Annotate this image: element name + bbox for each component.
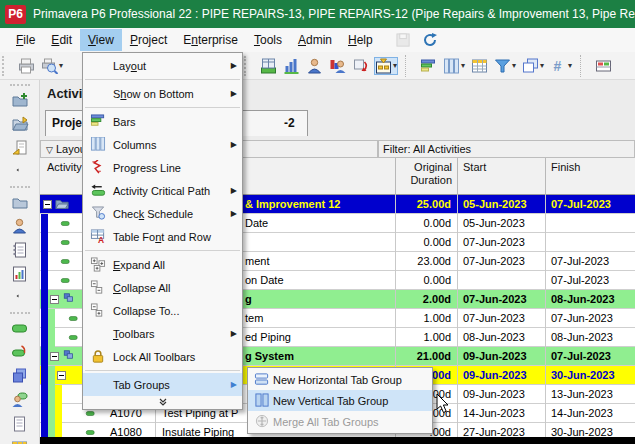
group-band-strip [41, 366, 48, 385]
view-menu-item-show-on-bottom[interactable]: Show on Bottom▶ [83, 82, 242, 105]
view-menu-item-tab-groups[interactable]: Tab Groups▶ [83, 373, 242, 396]
toolbar-separator [405, 55, 412, 77]
spreadsheet-button[interactable] [471, 58, 488, 74]
activity-name-cell: on Date [245, 271, 284, 289]
view-menu-item-collapse-all[interactable]: Collapse All [83, 276, 242, 299]
menubar-item-edit[interactable]: Edit [43, 29, 80, 51]
view-menu-item-collapse-to[interactable]: Collapse To... [83, 299, 242, 322]
dropdown-caret-icon[interactable]: ▾ [512, 62, 516, 70]
collapse-minus-icon[interactable] [50, 352, 59, 361]
progress-line-icon [86, 160, 110, 176]
histogram-button[interactable] [283, 58, 300, 74]
start-date-cell: 07-Jun-2023 [463, 233, 525, 251]
collapse-arrow-button[interactable] [10, 164, 30, 180]
filter-bar[interactable]: Filter: All Activities [378, 140, 635, 158]
view-menu-item-layout[interactable]: Layout▶ [83, 54, 242, 77]
header-start[interactable]: Start [463, 161, 486, 173]
original-duration-cell: 1.00d [396, 309, 451, 327]
view-menu-item-lock-all-toolbars[interactable]: Lock All Toolbars [83, 345, 242, 368]
relationships-button[interactable] [10, 344, 30, 362]
print-button[interactable] [18, 58, 35, 74]
activity-name-cell: ed Piping [245, 328, 291, 346]
header-finish[interactable]: Finish [551, 161, 580, 173]
refresh-icon[interactable] [422, 32, 439, 48]
dropdown-caret-icon[interactable]: ▾ [540, 62, 544, 70]
view-menu-item-expand-all[interactable]: Expand All [83, 253, 242, 276]
print-preview-button[interactable]: ▾ [41, 58, 63, 74]
menubar-item-view[interactable]: View [80, 29, 122, 51]
save-icon[interactable] [395, 32, 412, 48]
activities-button[interactable] [10, 320, 30, 338]
finish-date-cell: 13-Jun-2023 [551, 385, 613, 403]
documents-button[interactable] [10, 416, 30, 434]
dropdown-caret-icon[interactable]: ▾ [568, 62, 572, 70]
open-project-button[interactable] [10, 116, 30, 134]
activity-bar-icon [57, 257, 73, 269]
header-activity[interactable]: Activity [47, 161, 82, 173]
columns-toolbar-button[interactable]: ▾ [443, 58, 465, 74]
resources-person-button[interactable] [10, 218, 30, 236]
copy-button[interactable] [10, 368, 30, 386]
view-menu: Layout▶Show on Bottom▶BarsColumns▶Progre… [82, 52, 243, 410]
toolbar-drag-handle[interactable] [2, 56, 9, 76]
dropdown-caret-icon[interactable]: ▾ [393, 62, 397, 70]
menubar-item-help[interactable]: Help [340, 29, 381, 51]
original-duration-cell: 21.00d [396, 347, 451, 365]
dropdown-caret-icon[interactable]: ▾ [461, 62, 465, 70]
finish-date-cell: 30-Jun-2023 [551, 366, 615, 384]
tab-group-button[interactable]: ▾ [522, 58, 544, 74]
add-project-button[interactable] [10, 92, 30, 110]
details-table-button[interactable] [595, 58, 612, 74]
finish-date-cell: 07-Jun-2023 [551, 309, 613, 327]
tab-label-fragment-right: -2 [284, 116, 295, 130]
collapse-arrow-icon [10, 164, 30, 180]
collapse-minus-icon[interactable] [43, 200, 52, 209]
submenu-item-new-horizontal-tab-group[interactable]: New Horizontal Tab Group [248, 369, 432, 390]
menubar-item-enterprise[interactable]: Enterprise [175, 29, 246, 51]
menubar-item-file[interactable]: File [8, 29, 43, 51]
menubar-item-project[interactable]: Project [122, 29, 175, 51]
collapse-minus-icon[interactable] [57, 371, 66, 380]
feedback-button[interactable] [10, 392, 30, 410]
projects-button[interactable] [10, 194, 30, 212]
import-button[interactable] [10, 140, 30, 158]
menubar-item-tools[interactable]: Tools [246, 29, 290, 51]
view-menu-item-bars[interactable]: Bars [83, 110, 242, 133]
resources-button[interactable] [306, 58, 323, 74]
menu-more-chevron-icon[interactable] [83, 396, 242, 408]
view-menu-item-columns[interactable]: Columns▶ [83, 133, 242, 156]
activity-name-cell: Date [245, 214, 268, 232]
finish-date-cell: 14-Jun-2023 [551, 404, 613, 422]
submenu-item-new-vertical-tab-group[interactable]: New Vertical Tab Group [248, 390, 432, 411]
view-menu-item-progress-line[interactable]: Progress Line [83, 156, 242, 179]
view-menu-item-toolbars[interactable]: Toolbars▶ [83, 322, 242, 345]
header-original-duration[interactable]: Original Duration [397, 161, 452, 187]
submenu-item-label: Merge All Tab Groups [273, 416, 379, 428]
menubar-item-admin[interactable]: Admin [290, 29, 340, 51]
layout-bars-button[interactable] [420, 58, 437, 74]
dropdown-caret-icon[interactable]: ▾ [59, 62, 63, 70]
collapse-minus-icon[interactable] [50, 295, 59, 304]
view-menu-item-check-schedule[interactable]: Check Schedule▶ [83, 202, 242, 225]
collapse-arrow-button[interactable] [10, 290, 30, 306]
notebook-button[interactable] [10, 242, 30, 260]
resource-table-button[interactable] [260, 58, 277, 74]
reorganize-button[interactable] [352, 58, 369, 74]
reports-button[interactable] [10, 266, 30, 284]
resource-usage-button[interactable] [329, 58, 346, 74]
filter-button[interactable]: ▾ [494, 58, 516, 74]
wbs-icon [61, 350, 77, 362]
start-date-cell: 07-Jun-2023 [463, 309, 525, 327]
toolbar-drag-handle[interactable] [10, 84, 30, 86]
gantt-chart-button[interactable]: ▾ [375, 58, 397, 74]
spreadsheet-icon [10, 440, 30, 444]
start-date-cell: 07-Jun-2023 [463, 290, 527, 308]
view-menu-item-table-font-and-row[interactable]: ATable Font and Row [83, 225, 242, 248]
view-menu-item-activity-critical-path[interactable]: Activity Critical Path▶ [83, 179, 242, 202]
spreadsheet-button[interactable] [10, 440, 30, 444]
activity-name-cell: g System [245, 347, 294, 365]
toolbar-drag-handle[interactable] [244, 56, 251, 76]
add-project-icon [10, 92, 30, 108]
activity-bar-icon [65, 333, 81, 345]
hash-button[interactable]: #▾ [550, 58, 572, 74]
